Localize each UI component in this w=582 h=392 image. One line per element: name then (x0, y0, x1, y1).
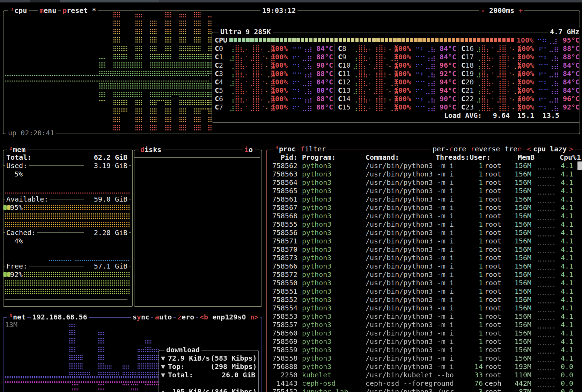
proc-row[interactable]: 758566python3/usr/bin/python3 -m i1root1… (0, 262, 582, 270)
load-avg-1: 9.64 (489, 111, 510, 120)
core-temp-graph: ⠒⠆⢀⣦ (538, 53, 559, 61)
proc-per-core-toggle[interactable]: per-core (431, 145, 468, 153)
core-usage-graph: ⢠⣿⣆⠄⢸⣿⠄⢀⣿ (476, 61, 522, 69)
proc-row[interactable]: 758563python3/usr/bin/python3 -m i1root1… (0, 170, 582, 178)
proc-row[interactable]: 758573python3/usr/bin/python3 -m i1root1… (0, 254, 582, 262)
proc-header-pid[interactable]: Pid: (266, 153, 297, 161)
core-temp: 84°C (563, 86, 580, 95)
proc-row[interactable]: 758565python3/usr/bin/python3 -m i1root1… (0, 187, 582, 195)
core-temp: 90°C (440, 95, 456, 103)
proc-row[interactable]: 758562python3/usr/bin/python3 -m i1root1… (0, 161, 582, 170)
core-row: C1 (215, 53, 223, 61)
core-usage-graph: ⢠⣿⣆⠄⢸⣿⠄⢀⣿ (353, 53, 399, 61)
io-mode-title[interactable]: io (243, 145, 255, 154)
proc-header-command[interactable]: Command: (366, 153, 399, 161)
proc-row[interactable]: 758553python3/usr/bin/python3 -m i1root1… (0, 312, 582, 321)
core-usage-graph: ⣰⣿⡄⠂⣸⣿⠐⠄⣾ (476, 44, 522, 53)
core-usage-graph: ⢠⣿⣆⠄⢸⣿⠄⢀⣿ (229, 44, 275, 53)
proc-sort-selector[interactable]: <cpu lazy> (525, 145, 575, 153)
clock: 19:03:12 (260, 6, 297, 15)
core-usage-graph: ⢠⣿⣆⠄⢸⣿⠄⢀⣿ (229, 95, 275, 103)
core-temp-graph: ⠒⠒⢠⣴ (292, 44, 312, 53)
core-row: C5 (215, 86, 223, 95)
core-usage-graph: ⣰⣿⡄⠂⣸⣿⠐⠄⣾ (353, 61, 399, 69)
core-usage-graph: ⣰⣿⡄⠂⣸⣿⠐⠄⣾ (476, 69, 522, 78)
proc-row[interactable]: 758558python3/usr/bin/python3 -m i1root1… (0, 354, 582, 362)
proc-row[interactable]: 758559python3/usr/bin/python3 -m i1root1… (0, 346, 582, 354)
core-load: 100% (271, 95, 288, 103)
proc-row[interactable]: 758551python3/usr/bin/python3 -m i1root1… (0, 287, 582, 295)
proc-filter-button[interactable]: filter (299, 145, 327, 153)
proc-row[interactable]: 758557python3/usr/bin/python3 -m i1root1… (0, 321, 582, 329)
cpu-total-load: 100% (516, 36, 533, 44)
core-usage-graph: ⣰⣿⡄⠂⣸⣿⠐⠄⣾ (353, 86, 399, 95)
core-temp-graph: ⠖⠂⣀⣶ (538, 69, 559, 78)
proc-header-overflow: 1 (577, 153, 581, 161)
core-temp: 88°C (316, 103, 333, 111)
core-temp-graph: ⠒⠒⢠⣴ (292, 69, 312, 78)
proc-header-cpu[interactable]: Cpu% (560, 153, 576, 161)
proc-row[interactable]: 758572python3/usr/bin/python3 -m i1root1… (0, 270, 582, 279)
proc-row[interactable]: 2250kubelet/usr/bin/kubelet --bo33root11… (0, 371, 582, 379)
proc-row[interactable]: 756888python3/usr/bin/python3 -m i14root… (0, 362, 582, 371)
core-temp-graph: ⠒⠆⢀⣦ (415, 95, 436, 103)
core-load: 100% (517, 103, 534, 111)
proc-row[interactable]: 755452jupyter-lab/usr/bin/python3 /usr3r… (0, 387, 582, 392)
proc-row[interactable]: 758568python3/usr/bin/python3 -m i1root1… (0, 212, 582, 220)
proc-tree-toggle[interactable]: tree (503, 145, 523, 153)
proc-row[interactable]: 758556python3/usr/bin/python3 -m i1root1… (0, 228, 582, 237)
core-row: C18 (461, 61, 474, 69)
core-temp-graph: ⠒⠒⢠⣴ (292, 95, 312, 103)
proc-row[interactable]: 758552python3/usr/bin/python3 -m i1root1… (0, 295, 582, 304)
proc-row[interactable]: 758567python3/usr/bin/python3 -m i1root1… (0, 203, 582, 212)
core-load: 100% (394, 69, 411, 78)
proc-header-threads[interactable]: Threads: (436, 153, 469, 161)
refresh-decrease-button[interactable]: - (481, 6, 485, 15)
proc-sort-value: cpu lazy (531, 145, 569, 153)
core-row: C2 (215, 61, 223, 69)
core-load: 100% (517, 44, 534, 53)
core-row: C22 (461, 95, 474, 103)
core-load: 100% (394, 61, 411, 69)
refresh-interval[interactable]: - 2000ms + (479, 6, 524, 15)
core-row: C14 (338, 95, 351, 103)
proc-header-program[interactable]: Program: (302, 153, 336, 161)
core-temp-graph: ⠒⠆⢀⣦ (292, 86, 312, 95)
core-temp-graph: ⠖⠂⣀⣶ (415, 61, 436, 69)
core-temp-graph: ⠖⠂⣀⣶ (538, 95, 559, 103)
proc-reverse-toggle[interactable]: reverse (469, 145, 502, 153)
core-usage-graph: ⣰⣿⡄⠂⣸⣿⠐⠄⣾ (229, 103, 275, 111)
core-row: C20 (461, 78, 474, 86)
core-row: C9 (338, 53, 346, 61)
proc-box-title[interactable]: ⁴proc (273, 145, 297, 153)
core-row: C17 (461, 53, 474, 61)
proc-sort-prev[interactable]: < (527, 145, 531, 153)
proc-row[interactable]: 758554python3/usr/bin/python3 -m i1root1… (0, 304, 582, 312)
proc-sort-next[interactable]: > (569, 145, 573, 153)
cpu-frequency: 4.7 GHz (548, 28, 581, 36)
proc-row[interactable]: 758570python3/usr/bin/python3 -m i1root1… (0, 245, 582, 254)
core-usage-graph: ⣰⣿⡄⠂⣸⣿⠐⠄⣾ (476, 95, 522, 103)
core-row: C3 (215, 69, 223, 78)
mem-box-title[interactable]: ²mem (7, 145, 27, 154)
proc-row[interactable]: 758560python3/usr/bin/python3 -m i1root1… (0, 329, 582, 337)
proc-header-user[interactable]: User: (470, 153, 491, 161)
proc-row[interactable]: 758569python3/usr/bin/python3 -m i1root1… (0, 337, 582, 346)
proc-row[interactable]: 758550python3/usr/bin/python3 -m i1root1… (0, 279, 582, 287)
proc-row[interactable]: 758571python3/usr/bin/python3 -m i1root1… (0, 237, 582, 245)
proc-row[interactable]: 14143ceph-osdceph-osd --foreground76ceph… (0, 379, 582, 387)
core-load: 100% (394, 78, 411, 86)
core-usage-graph: ⢀⣿⣧⠄⢰⣿⡆⠄⣿ (353, 44, 399, 53)
disks-title-label: isks (145, 145, 161, 154)
core-load: 100% (271, 86, 288, 95)
core-temp-graph: ⠖⠂⣀⣶ (292, 78, 312, 86)
core-temp: 88°C (563, 44, 580, 53)
core-temp-graph: ⠒⠆⢀⣦ (292, 61, 312, 69)
core-row: C15 (338, 103, 351, 111)
refresh-increase-button[interactable]: + (518, 6, 523, 15)
proc-header-mem[interactable]: MemB (518, 153, 535, 161)
proc-row[interactable]: 758561python3/usr/bin/python3 -m i1root1… (0, 195, 582, 203)
proc-row[interactable]: 758564python3/usr/bin/python3 -m i1root1… (0, 178, 582, 187)
disks-box-title[interactable]: disks (139, 145, 163, 154)
proc-row[interactable]: 758555python3/usr/bin/python3 -m i1root1… (0, 220, 582, 228)
